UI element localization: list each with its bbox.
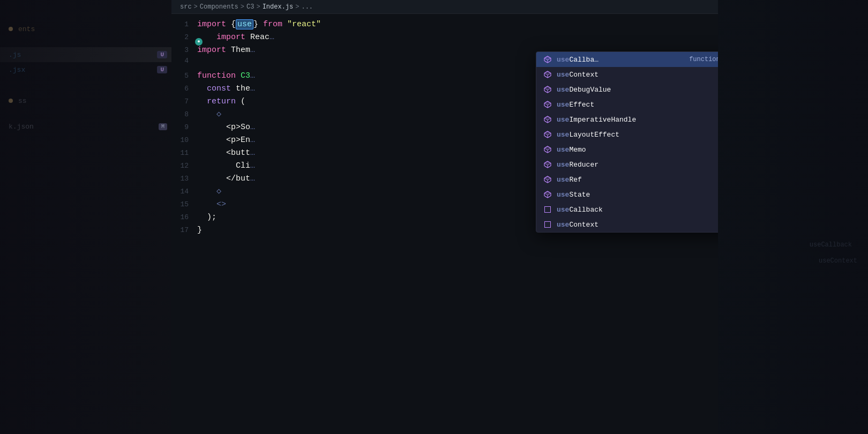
autocomplete-label-3: useDebugValue	[557, 86, 718, 94]
line-content-13: </but…	[197, 173, 255, 185]
line-content-7: return (	[197, 95, 245, 108]
token-import: import	[197, 20, 231, 29]
breadcrumb-file: Index.js	[263, 3, 294, 11]
token-brace-close: }	[253, 20, 258, 29]
ac-rest-ref: Ref	[569, 176, 581, 184]
line-content-6: const the…	[197, 83, 255, 95]
autocomplete-label-10: useState	[557, 191, 718, 199]
token-p-so: <p>So	[197, 123, 250, 132]
sidebar-item-css[interactable]: ss	[0, 93, 171, 108]
ac-rest-imperativehandle: ImperativeHandle	[569, 116, 636, 124]
editor-container: ents .js U .jsx U ss k.json M	[0, 0, 868, 434]
line-content-12: Cli…	[197, 160, 255, 173]
sidebar-item[interactable]: ents	[0, 21, 171, 36]
line-content-8: ◇	[197, 108, 221, 121]
autocomplete-item-uselayouteffect[interactable]: useLayoutEffect	[536, 127, 718, 142]
sidebar-spacer	[0, 36, 171, 47]
svg-marker-27	[544, 176, 551, 180]
breadcrumb: src > Components > C3 > Index.js > ...	[171, 0, 718, 14]
square-icon-12	[543, 220, 552, 229]
svg-marker-6	[544, 71, 551, 75]
autocomplete-item-usecallback2[interactable]: useCallback	[536, 202, 718, 217]
token-closebrace: }	[197, 226, 202, 235]
token-const: const	[197, 84, 236, 93]
svg-marker-30	[544, 191, 551, 195]
cube-icon-6	[543, 130, 552, 139]
token-ellipsis-2: …	[270, 33, 274, 42]
autocomplete-label-9: useRef	[557, 176, 718, 184]
autocomplete-item-usecontext2[interactable]: useContext	[536, 217, 718, 232]
token-import-2: import	[202, 33, 250, 42]
autocomplete-label-12: useContext	[557, 221, 718, 229]
line-content-9: <p>So…	[197, 121, 255, 134]
ac-rest-reducer: Reducer	[569, 161, 598, 169]
token-reac: Reac	[250, 33, 270, 42]
dot-indicator	[9, 27, 13, 31]
breadcrumb-sep-3: >	[256, 3, 260, 11]
square-shape-11	[544, 206, 551, 213]
line-number-14: 14	[171, 188, 197, 196]
square-shape-12	[544, 221, 551, 228]
autocomplete-item-usecallback[interactable]: useCallba… function React.useCallback<f …	[536, 52, 718, 67]
sidebar-spacer3	[0, 108, 171, 119]
svg-marker-15	[544, 116, 551, 120]
autocomplete-item-usememo[interactable]: useMemo	[536, 142, 718, 157]
autocomplete-label-11: useCallback	[557, 206, 718, 214]
autocomplete-item-usereducer[interactable]: useReducer	[536, 157, 718, 172]
line-number-4: 4	[171, 57, 197, 65]
autocomplete-item-useimperativehandle[interactable]: useImperativeHandle	[536, 112, 718, 127]
autocomplete-item-usedebugvalue[interactable]: useDebugValue	[536, 82, 718, 97]
token-ellipsis-12: …	[250, 161, 255, 170]
sidebar: ents .js U .jsx U ss k.json M	[0, 0, 171, 434]
token-butt: <butt	[197, 148, 250, 158]
ac-rest-effect: Effect	[569, 101, 594, 109]
line-number-7: 7	[171, 98, 197, 106]
breadcrumb-sep-4: >	[295, 3, 299, 11]
ac-bold-use-2: use	[557, 71, 569, 79]
cube-icon-7	[543, 145, 552, 154]
line-number-15: 15	[171, 200, 197, 208]
right-text-2: useContext	[819, 257, 857, 265]
sidebar-item-jsx[interactable]: .jsx U	[0, 62, 171, 77]
autocomplete-label-7: useMemo	[557, 146, 718, 154]
line-content-10: <p>En…	[197, 134, 255, 147]
code-area: src > Components > C3 > Index.js > ... 1…	[171, 0, 718, 434]
autocomplete-item-useref[interactable]: useRef	[536, 172, 718, 187]
token-diamond-14: ◇	[197, 187, 221, 196]
ac-bold-use-11: use	[557, 206, 569, 214]
ac-rest-memo: Memo	[569, 146, 586, 154]
line-content-2: ● import Reac…	[197, 31, 274, 44]
cube-icon-3	[543, 85, 552, 94]
breadcrumb-components: Components	[200, 3, 238, 11]
token-import-3: import	[197, 46, 231, 55]
line-number-8: 8	[171, 110, 197, 118]
token-closeparen: );	[197, 213, 216, 222]
line-number-17: 17	[171, 226, 197, 234]
sidebar-item-json[interactable]: k.json M	[0, 119, 171, 134]
autocomplete-item-usestate[interactable]: useState	[536, 187, 718, 202]
line-number-2: 2	[171, 33, 197, 41]
autocomplete-label-5: useImperativeHandle	[557, 116, 718, 124]
sidebar-item-label: .jsx	[9, 66, 25, 74]
ac-bold-use-7: use	[557, 146, 569, 154]
token-ellipsis-9: …	[250, 123, 255, 132]
autocomplete-item-usecontext[interactable]: useContext	[536, 67, 718, 82]
sidebar-item-js[interactable]: .js U	[0, 47, 171, 62]
code-line-1: 1 import {use} from "react"	[171, 18, 718, 31]
token-return: return	[197, 97, 236, 106]
autocomplete-item-useeffect[interactable]: useEffect	[536, 97, 718, 112]
autocomplete-dropdown[interactable]: useCallba… function React.useCallback<f …	[536, 51, 718, 233]
sidebar-spacer2	[0, 77, 171, 93]
ac-bold-use-9: use	[557, 176, 569, 184]
ac-rest-context: Context	[569, 71, 598, 79]
line-number-1: 1	[171, 20, 197, 28]
token-c3: C3	[241, 71, 250, 80]
ac-bold-use-6: use	[557, 131, 569, 139]
line-content-3: import Them…	[197, 44, 255, 57]
token-function: function	[197, 71, 241, 80]
svg-marker-18	[544, 131, 551, 135]
line-content-1: import {use} from "react"	[197, 18, 321, 31]
ac-bold-use: use	[557, 56, 569, 64]
token-brace: {	[231, 20, 236, 29]
svg-marker-12	[544, 101, 551, 105]
